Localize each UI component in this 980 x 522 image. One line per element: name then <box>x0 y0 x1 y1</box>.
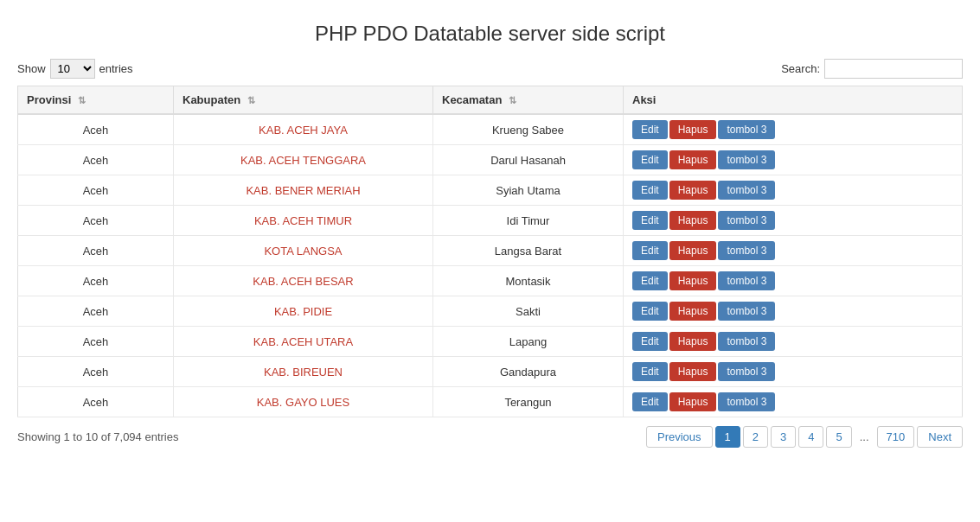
tombol3-button[interactable]: tombol 3 <box>718 241 775 260</box>
cell-aksi: EditHapustombol 3 <box>624 387 963 417</box>
next-button[interactable]: Next <box>917 426 963 448</box>
hapus-button[interactable]: Hapus <box>669 302 717 321</box>
edit-button[interactable]: Edit <box>632 120 668 139</box>
cell-aksi: EditHapustombol 3 <box>624 114 963 145</box>
hapus-button[interactable]: Hapus <box>669 332 717 351</box>
page-4-button[interactable]: 4 <box>798 426 823 448</box>
cell-kecamatan: Sakti <box>433 296 624 327</box>
hapus-button[interactable]: Hapus <box>669 241 717 260</box>
search-box: Search: <box>781 59 963 79</box>
entries-select[interactable]: 10 25 50 100 <box>50 59 95 79</box>
cell-aksi: EditHapustombol 3 <box>624 206 963 236</box>
ellipsis: ... <box>855 427 874 447</box>
hapus-button[interactable]: Hapus <box>669 362 717 381</box>
cell-kabupaten: KAB. BIREUEN <box>174 357 433 387</box>
tombol3-button[interactable]: tombol 3 <box>718 302 775 321</box>
cell-aksi: EditHapustombol 3 <box>624 296 963 327</box>
cell-aksi: EditHapustombol 3 <box>624 357 963 387</box>
col-header-kabupaten[interactable]: Kabupaten ⇅ <box>174 86 433 115</box>
page-3-button[interactable]: 3 <box>771 426 796 448</box>
sort-icon-provinsi: ⇅ <box>78 95 86 106</box>
cell-aksi: EditHapustombol 3 <box>624 327 963 357</box>
page-1-button[interactable]: 1 <box>715 426 740 448</box>
cell-kabupaten: KOTA LANGSA <box>174 236 433 266</box>
show-label: Show <box>17 62 46 75</box>
hapus-button[interactable]: Hapus <box>669 271 717 290</box>
cell-kabupaten: KAB. ACEH TENGGARA <box>174 145 433 175</box>
table-row: AcehKAB. GAYO LUESTerangunEditHapustombo… <box>18 387 963 417</box>
tombol3-button[interactable]: tombol 3 <box>718 271 775 290</box>
hapus-button[interactable]: Hapus <box>669 211 717 230</box>
cell-provinsi: Aceh <box>18 327 174 357</box>
table-header-row: Provinsi ⇅ Kabupaten ⇅ Kecamatan ⇅ Aksi <box>18 86 963 115</box>
cell-aksi: EditHapustombol 3 <box>624 175 963 206</box>
cell-provinsi: Aceh <box>18 206 174 236</box>
cell-kecamatan: Idi Timur <box>433 206 624 236</box>
search-label: Search: <box>781 62 820 75</box>
hapus-button[interactable]: Hapus <box>669 120 717 139</box>
cell-kecamatan: Montasik <box>433 266 624 296</box>
tombol3-button[interactable]: tombol 3 <box>718 332 775 351</box>
sort-icon-kecamatan: ⇅ <box>509 95 516 106</box>
cell-aksi: EditHapustombol 3 <box>624 145 963 175</box>
sort-icon-kabupaten: ⇅ <box>247 95 255 106</box>
pagination: Previous 1 2 3 4 5 ... 710 Next <box>646 426 963 448</box>
cell-kecamatan: Langsa Barat <box>433 236 624 266</box>
edit-button[interactable]: Edit <box>632 302 668 321</box>
entries-info: Showing 1 to 10 of 7,094 entries <box>17 430 178 443</box>
cell-provinsi: Aceh <box>18 114 174 145</box>
hapus-button[interactable]: Hapus <box>669 150 717 169</box>
hapus-button[interactable]: Hapus <box>669 181 717 200</box>
table-row: AcehKAB. ACEH JAYAKrueng SabeeEditHapust… <box>18 114 963 145</box>
col-header-kecamatan[interactable]: Kecamatan ⇅ <box>433 86 624 115</box>
tombol3-button[interactable]: tombol 3 <box>718 150 775 169</box>
tombol3-button[interactable]: tombol 3 <box>718 181 775 200</box>
data-table: Provinsi ⇅ Kabupaten ⇅ Kecamatan ⇅ Aksi … <box>17 86 963 417</box>
table-row: AcehKAB. ACEH TENGGARADarul HasanahEditH… <box>18 145 963 175</box>
cell-aksi: EditHapustombol 3 <box>624 236 963 266</box>
cell-aksi: EditHapustombol 3 <box>624 266 963 296</box>
page-last-button[interactable]: 710 <box>877 426 915 448</box>
cell-kabupaten: KAB. ACEH JAYA <box>174 114 433 145</box>
cell-provinsi: Aceh <box>18 175 174 206</box>
edit-button[interactable]: Edit <box>632 362 668 381</box>
edit-button[interactable]: Edit <box>632 392 668 411</box>
page-2-button[interactable]: 2 <box>743 426 768 448</box>
col-header-aksi: Aksi <box>624 86 963 115</box>
edit-button[interactable]: Edit <box>632 332 668 351</box>
col-header-provinsi[interactable]: Provinsi ⇅ <box>18 86 174 115</box>
edit-button[interactable]: Edit <box>632 271 668 290</box>
cell-kecamatan: Syiah Utama <box>433 175 624 206</box>
cell-kabupaten: KAB. GAYO LUES <box>174 387 433 417</box>
cell-kecamatan: Terangun <box>433 387 624 417</box>
tombol3-button[interactable]: tombol 3 <box>718 120 775 139</box>
tombol3-button[interactable]: tombol 3 <box>718 362 775 381</box>
cell-kabupaten: KAB. ACEH TIMUR <box>174 206 433 236</box>
cell-kabupaten: KAB. BENER MERIAH <box>174 175 433 206</box>
tombol3-button[interactable]: tombol 3 <box>718 392 775 411</box>
table-body: AcehKAB. ACEH JAYAKrueng SabeeEditHapust… <box>18 114 963 417</box>
table-row: AcehKAB. ACEH UTARALapangEditHapustombol… <box>18 327 963 357</box>
table-row: AcehKAB. ACEH TIMURIdi TimurEditHapustom… <box>18 206 963 236</box>
cell-kecamatan: Darul Hasanah <box>433 145 624 175</box>
table-footer: Showing 1 to 10 of 7,094 entries Previou… <box>17 426 963 448</box>
table-controls: Show 10 25 50 100 entries Search: <box>17 59 963 79</box>
edit-button[interactable]: Edit <box>632 181 668 200</box>
prev-button[interactable]: Previous <box>646 426 713 448</box>
table-row: AcehKOTA LANGSALangsa BaratEditHapustomb… <box>18 236 963 266</box>
cell-provinsi: Aceh <box>18 387 174 417</box>
edit-button[interactable]: Edit <box>632 150 668 169</box>
table-row: AcehKAB. PIDIESaktiEditHapustombol 3 <box>18 296 963 327</box>
cell-provinsi: Aceh <box>18 236 174 266</box>
tombol3-button[interactable]: tombol 3 <box>718 211 775 230</box>
search-input[interactable] <box>824 59 963 79</box>
page-title: PHP PDO Datatable server side script <box>17 22 963 46</box>
cell-kecamatan: Lapang <box>433 327 624 357</box>
table-row: AcehKAB. ACEH BESARMontasikEditHapustomb… <box>18 266 963 296</box>
page-5-button[interactable]: 5 <box>826 426 851 448</box>
hapus-button[interactable]: Hapus <box>669 392 717 411</box>
edit-button[interactable]: Edit <box>632 211 668 230</box>
cell-provinsi: Aceh <box>18 266 174 296</box>
cell-kecamatan: Gandapura <box>433 357 624 387</box>
edit-button[interactable]: Edit <box>632 241 668 260</box>
